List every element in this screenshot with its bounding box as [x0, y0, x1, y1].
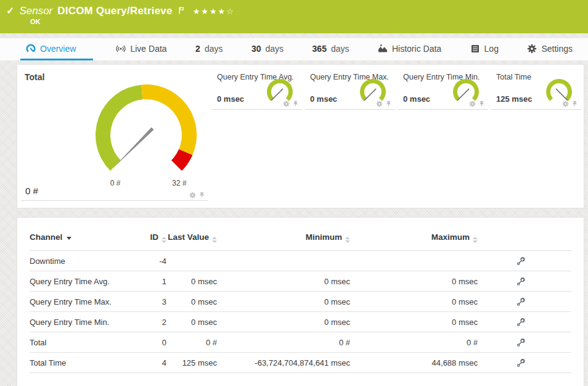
tab-30-days[interactable]: 30 days	[246, 38, 289, 60]
tab-label: Settings	[541, 44, 573, 54]
tab-label: Historic Data	[392, 44, 441, 54]
gauge-tile[interactable]: Query Entry Time Avg. 0 msec	[212, 65, 302, 110]
tab-label: days	[266, 44, 284, 54]
sort-desc-icon	[67, 237, 71, 240]
channel-settings-button[interactable]	[478, 297, 564, 306]
gauge-icon	[26, 44, 36, 54]
sort-arrows-icon	[161, 237, 166, 243]
tab-365-days[interactable]: 365 days	[307, 38, 355, 60]
live-icon	[116, 44, 126, 54]
tab-live-data[interactable]: Live Data	[110, 38, 172, 60]
channel-maximum: 0 msec	[350, 318, 478, 327]
column-header-maximum[interactable]: Maximum	[350, 232, 478, 243]
sort-arrows-icon	[473, 237, 478, 243]
channel-maximum: 0 #	[350, 338, 478, 347]
column-header-channel[interactable]: Channel	[30, 232, 134, 242]
tab-settings[interactable]: Settings	[521, 38, 578, 60]
table-row: Total Time 4 125 msec -63,724,704,874,64…	[30, 353, 571, 373]
channel-table-body: Downtime -4 Query Entry Time Avg. 1 0 ms…	[30, 251, 571, 373]
gauges-panel: Total 0 # 32 # 0 # Query Entry Time Avg.…	[17, 64, 584, 208]
channel-settings-button[interactable]	[478, 276, 564, 286]
tab-historic-data[interactable]: Historic Data	[372, 38, 447, 60]
tab-log[interactable]: Log	[465, 38, 504, 60]
table-row: Query Entry Time Avg. 1 0 msec 0 msec 0 …	[30, 271, 571, 292]
wrench-icon	[517, 318, 526, 327]
pin-icon[interactable]	[478, 101, 485, 107]
tab-label: days	[205, 44, 223, 54]
channel-last-value: 0 #	[166, 338, 217, 347]
channel-minimum: 0 msec	[217, 277, 350, 286]
channel-last-value: 0 msec	[166, 297, 217, 306]
gear-icon[interactable]	[376, 101, 383, 107]
log-icon	[470, 44, 480, 54]
channel-id: -4	[134, 257, 166, 266]
channel-last-value: 0 msec	[166, 277, 217, 286]
tab-bar: Overview Live Data 2 days 30 days 365 da…	[0, 38, 588, 60]
wrench-icon	[517, 358, 526, 368]
tab-overview[interactable]: Overview	[20, 38, 93, 60]
gauge-tile[interactable]: Query Entry Time Max. 0 msec	[305, 65, 395, 110]
gear-icon[interactable]	[283, 101, 290, 107]
priority-flag-icon[interactable]	[179, 7, 184, 14]
column-header-last-value[interactable]: Last Value	[166, 232, 217, 243]
channel-maximum: 0 msec	[350, 277, 478, 286]
gauge-max-label: 32 #	[172, 179, 187, 187]
channel-minimum: -63,724,704,874,641 msec	[217, 358, 350, 368]
channel-name: Total Time	[30, 358, 134, 368]
gauge-current-value: 125 msec	[496, 94, 533, 104]
pin-icon[interactable]	[198, 192, 205, 199]
channel-id: 4	[134, 358, 166, 368]
channel-settings-button[interactable]	[478, 358, 564, 368]
gear-icon[interactable]	[469, 101, 476, 107]
channel-name: Query Entry Time Avg.	[30, 277, 134, 286]
channel-maximum: 44,688 msec	[350, 358, 478, 368]
wrench-icon	[517, 297, 526, 306]
channel-maximum: 0 msec	[350, 297, 478, 306]
tab-label: days	[331, 44, 349, 54]
table-row: Query Entry Time Min. 2 0 msec 0 msec 0 …	[30, 312, 571, 332]
channel-table-panel: Channel ID Last Value Minimum Maximum Do…	[17, 217, 584, 386]
table-row: Total 0 0 # 0 # 0 #	[30, 332, 571, 353]
gauge-tile[interactable]: Query Entry Time Min. 0 msec	[398, 65, 488, 110]
gauge-current-value: 0 msec	[310, 94, 337, 104]
tab-label: Log	[484, 44, 499, 54]
status-badge: OK	[30, 18, 41, 25]
table-header: Channel ID Last Value Minimum Maximum	[30, 232, 571, 251]
channel-last-value: 125 msec	[166, 358, 217, 368]
gear-icon	[527, 44, 537, 54]
channel-settings-button[interactable]	[478, 256, 564, 266]
gauge-tile-total[interactable]: Total 0 # 32 # 0 #	[21, 65, 208, 201]
gauge-tile[interactable]: Total Time 125 msec	[491, 65, 581, 110]
channel-minimum: 0 msec	[217, 318, 350, 327]
sensor-status-header: ✓ Sensor DICOM Query/Retrieve ★★★★☆ OK	[0, 0, 588, 33]
total-gauge: 0 # 32 #	[78, 77, 214, 189]
tab-2-days[interactable]: 2 days	[190, 38, 228, 60]
channel-id: 3	[134, 297, 166, 306]
channel-settings-button[interactable]	[478, 317, 564, 327]
channel-name: Total	[30, 338, 134, 347]
sensor-title: DICOM Query/Retrieve	[57, 5, 172, 17]
wrench-icon	[517, 338, 526, 347]
pin-icon[interactable]	[571, 101, 578, 107]
column-header-id[interactable]: ID	[134, 232, 166, 243]
channel-id: 0	[134, 338, 166, 347]
gauge-current-value: 0 msec	[403, 94, 430, 104]
small-tiles: Query Entry Time Avg. 0 msec Query Entry…	[212, 65, 584, 110]
wrench-icon	[517, 277, 526, 286]
channel-id: 1	[134, 277, 166, 286]
priority-stars[interactable]: ★★★★☆	[193, 7, 235, 16]
column-header-minimum[interactable]: Minimum	[217, 232, 350, 243]
pin-icon[interactable]	[385, 101, 392, 107]
tab-number: 365	[312, 44, 327, 54]
pin-icon[interactable]	[292, 101, 299, 107]
gear-icon[interactable]	[189, 192, 196, 199]
gauge-min-label: 0 #	[110, 179, 121, 187]
wrench-icon	[517, 257, 526, 266]
sort-arrows-icon	[212, 237, 217, 243]
tab-label: Overview	[40, 44, 76, 54]
status-check-icon: ✓	[6, 5, 14, 17]
area-chart-icon	[378, 44, 388, 54]
gear-icon[interactable]	[562, 101, 569, 107]
object-kind-label: Sensor	[19, 5, 52, 17]
channel-settings-button[interactable]	[478, 337, 564, 347]
